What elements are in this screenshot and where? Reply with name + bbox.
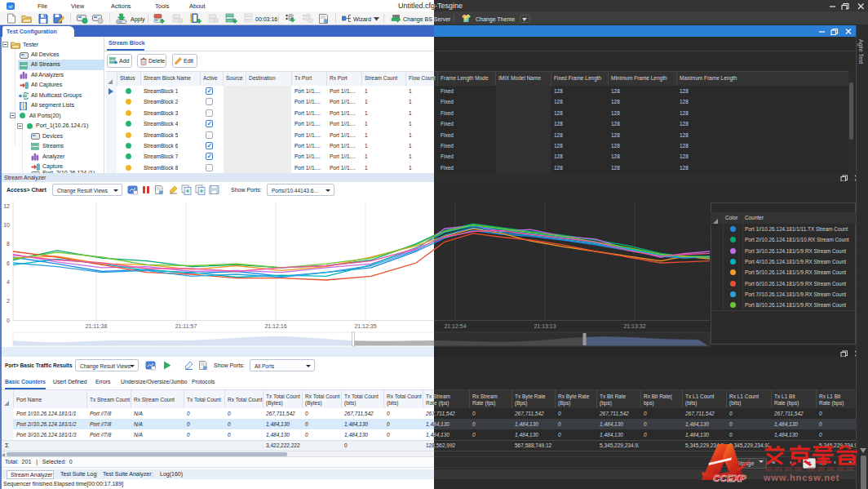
svg-text:8: 8 — [7, 241, 10, 247]
svg-text:10: 10 — [3, 222, 10, 228]
svg-text:4: 4 — [7, 279, 10, 285]
svg-text:tsf: tsf — [9, 4, 14, 8]
svg-text:6: 6 — [7, 260, 10, 266]
svg-text:12: 12 — [3, 203, 10, 209]
svg-text:21:11:38: 21:11:38 — [86, 323, 108, 329]
svg-text:CCEXP: CCEXP — [713, 473, 746, 483]
svg-text:www.hncsw.net: www.hncsw.net — [763, 473, 839, 482]
svg-text:0: 0 — [7, 318, 10, 323]
svg-text:21:12:16: 21:12:16 — [264, 323, 286, 329]
svg-text:21:13:32: 21:13:32 — [623, 323, 645, 329]
svg-text:21:12:54: 21:12:54 — [444, 323, 466, 329]
svg-text:21:11:57: 21:11:57 — [175, 323, 197, 329]
svg-text:21:13:13: 21:13:13 — [534, 323, 556, 329]
svg-text:2: 2 — [7, 298, 10, 304]
svg-text:21:12:35: 21:12:35 — [354, 323, 376, 329]
